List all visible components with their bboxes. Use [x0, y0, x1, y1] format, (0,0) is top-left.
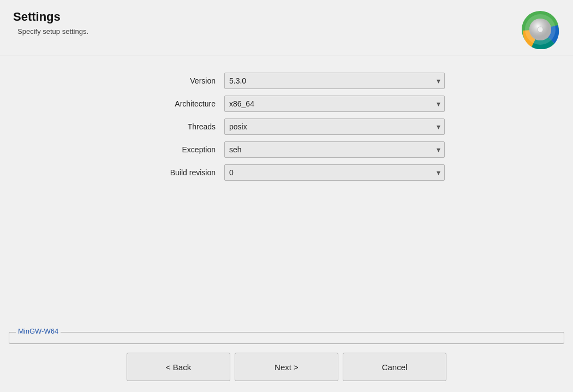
cancel-button[interactable]: Cancel [343, 353, 446, 381]
threads-row: Threads posix win32 [128, 118, 445, 135]
cd-icon [521, 10, 560, 49]
exception-select-wrapper[interactable]: seh sjlj dwarf [224, 141, 445, 158]
architecture-row: Architecture x86_64 i686 [128, 96, 445, 112]
form-area: Version 5.3.0 5.2.0 5.1.0 5.0.0 Architec… [128, 73, 445, 181]
threads-select-wrapper[interactable]: posix win32 [224, 118, 445, 135]
build-revision-select[interactable]: 0 1 2 [224, 164, 445, 181]
page-title: Settings [13, 10, 88, 24]
threads-select[interactable]: posix win32 [224, 118, 445, 135]
architecture-label: Architecture [128, 99, 216, 108]
footer-area: MinGW-W64 < Back Next > Cancel [0, 332, 573, 392]
exception-label: Exception [128, 145, 216, 154]
back-button[interactable]: < Back [127, 353, 230, 381]
exception-select[interactable]: seh sjlj dwarf [224, 141, 445, 158]
architecture-select[interactable]: x86_64 i686 [224, 96, 445, 112]
build-revision-label: Build revision [128, 168, 216, 177]
group-box: MinGW-W64 [9, 332, 564, 344]
build-revision-row: Build revision 0 1 2 [128, 164, 445, 181]
version-row: Version 5.3.0 5.2.0 5.1.0 5.0.0 [128, 73, 445, 89]
version-select-wrapper[interactable]: 5.3.0 5.2.0 5.1.0 5.0.0 [224, 73, 445, 89]
group-box-label: MinGW-W64 [16, 327, 61, 335]
version-label: Version [128, 76, 216, 85]
build-revision-select-wrapper[interactable]: 0 1 2 [224, 164, 445, 181]
exception-row: Exception seh sjlj dwarf [128, 141, 445, 158]
button-row: < Back Next > Cancel [0, 344, 573, 392]
main-content: Version 5.3.0 5.2.0 5.1.0 5.0.0 Architec… [0, 56, 573, 332]
page-subtitle: Specify setup settings. [17, 27, 88, 35]
threads-label: Threads [128, 122, 216, 131]
page-container: Settings Specify setup settings. [0, 0, 573, 392]
architecture-select-wrapper[interactable]: x86_64 i686 [224, 96, 445, 112]
next-button[interactable]: Next > [235, 353, 338, 381]
version-select[interactable]: 5.3.0 5.2.0 5.1.0 5.0.0 [224, 73, 445, 89]
header: Settings Specify setup settings. [0, 0, 573, 56]
header-text: Settings Specify setup settings. [13, 10, 88, 35]
